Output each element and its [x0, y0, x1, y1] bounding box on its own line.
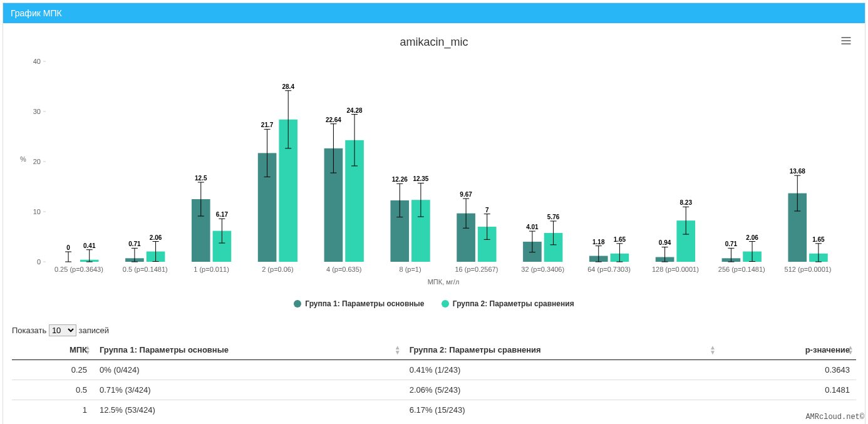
svg-text:12.35: 12.35	[413, 175, 428, 182]
svg-text:0.41: 0.41	[83, 242, 96, 249]
col-g1[interactable]: Группа 1: Параметры основные▲▼	[93, 340, 403, 360]
svg-text:1.65: 1.65	[614, 236, 626, 243]
chart-title: amikacin_mic	[9, 36, 859, 49]
svg-text:1.18: 1.18	[592, 239, 605, 246]
col-p[interactable]: p-значение▲▼	[718, 340, 856, 360]
legend-label-g1: Группа 1: Параметры основные	[305, 299, 424, 308]
svg-text:%: %	[20, 155, 26, 163]
cell-g1: 0.71% (3/424)	[93, 380, 403, 400]
svg-text:2.06: 2.06	[746, 234, 758, 241]
svg-text:512 (p=0.0001): 512 (p=0.0001)	[785, 266, 832, 273]
legend-label-g2: Группа 2: Параметры сравнения	[453, 299, 574, 308]
svg-text:10: 10	[33, 208, 41, 215]
chart-area: amikacin_mic 010203040%00.410.25 (p=0.36…	[3, 23, 865, 319]
col-mpk[interactable]: МПК▲▼	[12, 340, 93, 360]
bar-chart: 010203040%00.410.25 (p=0.3643)0.712.060.…	[14, 55, 854, 293]
svg-text:20: 20	[33, 158, 41, 165]
svg-text:8.23: 8.23	[679, 199, 692, 206]
sort-icon: ▲▼	[847, 345, 854, 355]
svg-text:0.71: 0.71	[128, 240, 141, 247]
svg-text:0.94: 0.94	[659, 239, 671, 246]
svg-rect-0	[842, 37, 851, 38]
table-length-control: Показать 102550100 записей	[12, 324, 856, 336]
page-length-select[interactable]: 102550100	[49, 324, 76, 336]
svg-text:4 (p=0.635): 4 (p=0.635)	[326, 266, 362, 273]
svg-rect-2	[842, 43, 851, 44]
svg-text:16 (p=0.2567): 16 (p=0.2567)	[455, 266, 499, 273]
svg-text:64 (p=0.7303): 64 (p=0.7303)	[587, 266, 631, 273]
svg-text:7: 7	[485, 207, 489, 214]
table-body: 0.250% (0/424)0.41% (1/243)0.36430.50.71…	[12, 360, 856, 420]
mic-table: МПК▲▼ Группа 1: Параметры основные▲▼ Гру…	[12, 340, 856, 420]
svg-text:0.25 (p=0.3643): 0.25 (p=0.3643)	[54, 266, 103, 273]
cell-mpk: 1	[12, 400, 93, 420]
svg-rect-1	[842, 40, 851, 41]
sort-icon: ▲▼	[85, 345, 91, 355]
svg-text:2 (p=0.06): 2 (p=0.06)	[262, 266, 293, 273]
svg-text:0.71: 0.71	[725, 240, 738, 247]
svg-text:5.76: 5.76	[547, 214, 560, 220]
svg-text:24.28: 24.28	[347, 107, 363, 114]
svg-text:0.5 (p=0.1481): 0.5 (p=0.1481)	[123, 266, 168, 273]
mic-panel: График МПК amikacin_mic 010203040%00.410…	[3, 3, 865, 424]
legend-swatch-g1	[294, 300, 301, 308]
svg-text:32 (p=0.3406): 32 (p=0.3406)	[521, 266, 564, 273]
cell-g1: 0% (0/424)	[93, 360, 403, 380]
svg-text:13.68: 13.68	[790, 168, 805, 175]
table-row: 0.250% (0/424)0.41% (1/243)0.3643	[12, 360, 856, 380]
length-suffix: записей	[79, 326, 109, 335]
panel-title: График МПК	[3, 3, 865, 23]
svg-text:МПК, мг/л: МПК, мг/л	[428, 278, 460, 286]
sort-icon: ▲▼	[710, 345, 716, 355]
footer-brand: AMRcloud.net©	[805, 413, 864, 421]
svg-text:9.67: 9.67	[460, 191, 472, 198]
svg-text:0: 0	[66, 244, 70, 251]
svg-text:21.7: 21.7	[261, 122, 274, 128]
svg-text:128 (p=0.0001): 128 (p=0.0001)	[652, 266, 699, 273]
cell-mpk: 0.5	[12, 380, 93, 400]
svg-text:30: 30	[33, 108, 41, 115]
svg-text:12.5: 12.5	[195, 175, 207, 182]
chart-menu-icon[interactable]	[840, 34, 852, 49]
svg-text:22.64: 22.64	[326, 116, 341, 123]
svg-text:1.65: 1.65	[812, 236, 825, 243]
svg-text:0: 0	[37, 258, 41, 266]
col-g2[interactable]: Группа 2: Параметры сравнения▲▼	[403, 340, 718, 360]
cell-g1: 12.5% (53/424)	[93, 400, 403, 420]
table-row: 0.50.71% (3/424)2.06% (5/243)0.1481	[12, 380, 856, 400]
cell-mpk: 0.25	[12, 360, 93, 380]
svg-text:2.06: 2.06	[150, 234, 162, 241]
sort-icon: ▲▼	[395, 345, 401, 355]
cell-p: 0.3643	[718, 360, 856, 380]
table-header-row: МПК▲▼ Группа 1: Параметры основные▲▼ Гру…	[12, 340, 856, 360]
svg-text:8 (p=1): 8 (p=1)	[399, 266, 421, 273]
cell-p: 0.1481	[718, 380, 856, 400]
cell-g2: 2.06% (5/243)	[403, 380, 718, 400]
svg-text:6.17: 6.17	[216, 211, 229, 218]
cell-g2: 6.17% (15/243)	[403, 400, 718, 420]
legend-item-g1[interactable]: Группа 1: Параметры основные	[294, 299, 424, 308]
svg-text:28.4: 28.4	[282, 83, 294, 90]
svg-text:256 (p=0.1481): 256 (p=0.1481)	[718, 266, 765, 273]
chart-legend: Группа 1: Параметры основные Группа 2: П…	[9, 293, 859, 313]
cell-g2: 0.41% (1/243)	[403, 360, 718, 380]
legend-swatch-g2	[442, 300, 449, 308]
svg-text:12.26: 12.26	[392, 176, 408, 183]
svg-text:40: 40	[33, 58, 41, 65]
length-prefix: Показать	[12, 326, 46, 335]
table-row: 112.5% (53/424)6.17% (15/243)	[12, 400, 856, 420]
table-section: Показать 102550100 записей МПК▲▼ Группа …	[3, 319, 865, 424]
svg-text:1 (p=0.011): 1 (p=0.011)	[194, 266, 229, 273]
svg-text:4.01: 4.01	[526, 224, 539, 230]
legend-item-g2[interactable]: Группа 2: Параметры сравнения	[442, 299, 574, 308]
